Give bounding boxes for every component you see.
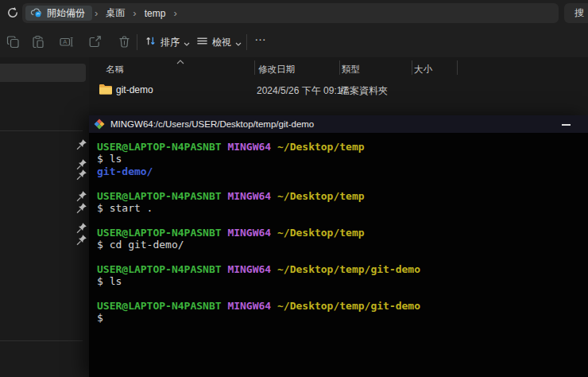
pushpin-icon: [76, 234, 87, 246]
explorer-top-bar: 開始備份 › 桌面 › temp › 搜: [0, 0, 588, 26]
prompt-host: MINGW64: [227, 300, 277, 312]
breadcrumb-chevron: ›: [171, 7, 179, 19]
column-header-size[interactable]: 大小: [414, 64, 432, 76]
folder-icon: [99, 84, 113, 95]
command-text: $ ls: [97, 153, 122, 165]
terminal-line: $: [97, 312, 588, 324]
column-header-date[interactable]: 修改日期: [258, 64, 295, 76]
copy-icon[interactable]: [6, 35, 20, 49]
delete-icon[interactable]: [118, 35, 131, 49]
terminal-line: USER@LAPTOP-N4PASNBT MINGW64 ~/Desktop/t…: [97, 190, 588, 202]
terminal-output[interactable]: USER@LAPTOP-N4PASNBT MINGW64 ~/Desktop/t…: [89, 133, 588, 325]
pushpin-icon: [76, 202, 87, 214]
terminal-line: USER@LAPTOP-N4PASNBT MINGW64 ~/Desktop/t…: [97, 263, 588, 275]
prompt-user: USER@LAPTOP-N4PASNBT: [97, 141, 227, 153]
breadcrumb-item-desktop[interactable]: 桌面: [100, 6, 130, 20]
terminal-title: MINGW64:/c/Users/USER/Desktop/temp/git-d…: [110, 119, 314, 129]
command-text: $ start .: [97, 202, 153, 214]
terminal-line: [97, 177, 588, 189]
nav-separator: [0, 340, 83, 341]
navigation-pane: [0, 57, 90, 377]
terminal-line: USER@LAPTOP-N4PASNBT MINGW64 ~/Desktop/t…: [97, 300, 588, 312]
breadcrumb-chevron: ›: [92, 7, 100, 19]
share-icon[interactable]: [88, 35, 102, 49]
table-row[interactable]: git-demo 2024/5/26 下午 09:17 檔案資料夾: [89, 80, 588, 100]
pushpin-icon: [76, 222, 87, 234]
pushpin-icon: [76, 190, 87, 202]
breadcrumb-item-temp[interactable]: temp: [139, 8, 172, 19]
pushpin-icon: [76, 169, 87, 181]
column-header-type[interactable]: 類型: [342, 64, 360, 76]
terminal-line: $ ls: [97, 153, 588, 165]
pushpin-icon: [76, 138, 87, 150]
nav-separator: [0, 130, 83, 131]
search-input[interactable]: 搜: [564, 3, 588, 23]
column-divider[interactable]: [339, 60, 340, 75]
column-divider[interactable]: [254, 60, 255, 75]
command-text: $ ls: [97, 275, 122, 287]
column-divider[interactable]: [457, 60, 458, 75]
prompt-host: MINGW64: [227, 263, 277, 275]
terminal-line: USER@LAPTOP-N4PASNBT MINGW64 ~/Desktop/t…: [97, 141, 588, 153]
terminal-line: [97, 288, 588, 300]
terminal-window: MINGW64:/c/Users/USER/Desktop/temp/git-d…: [89, 115, 588, 377]
breadcrumb-sync-label: 開始備份: [47, 6, 85, 20]
terminal-line: $ ls: [97, 275, 588, 287]
prompt-host: MINGW64: [227, 141, 277, 153]
prompt-user: USER@LAPTOP-N4PASNBT: [97, 190, 227, 202]
view-lines-icon: [196, 35, 208, 50]
rename-icon[interactable]: A: [60, 35, 73, 49]
column-divider[interactable]: [412, 60, 412, 75]
sort-arrows-icon: [145, 35, 157, 50]
file-type: 檔案資料夾: [340, 84, 388, 98]
chevron-down-icon: [184, 35, 190, 49]
terminal-line: $ cd git-demo/: [97, 239, 588, 251]
sort-ascending-icon: [176, 56, 184, 61]
prompt-path: ~/Desktop/temp: [277, 141, 365, 153]
view-button[interactable]: 檢視: [196, 33, 242, 52]
command-text: $ cd git-demo/: [97, 239, 184, 251]
sort-label: 排序: [161, 36, 180, 49]
prompt-host: MINGW64: [227, 190, 277, 202]
prompt-path: ~/Desktop/temp: [277, 190, 365, 202]
mingw-diamond-icon: [94, 119, 105, 130]
output-directory: git-demo/: [97, 165, 153, 177]
more-options-button[interactable]: …: [254, 29, 267, 43]
minimize-button[interactable]: [562, 124, 571, 126]
prompt-host: MINGW64: [227, 227, 277, 239]
svg-text:A: A: [63, 38, 67, 45]
sort-button[interactable]: 排序: [145, 33, 190, 52]
toolbar-divider: [246, 34, 247, 50]
terminal-line: [97, 214, 588, 226]
search-placeholder-partial: 搜: [574, 6, 584, 20]
prompt-path: ~/Desktop/temp/git-demo: [277, 263, 420, 275]
nav-item-highlight[interactable]: [0, 64, 86, 82]
paste-icon[interactable]: [31, 35, 44, 49]
prompt-user: USER@LAPTOP-N4PASNBT: [97, 263, 227, 275]
refresh-icon[interactable]: [6, 6, 19, 19]
prompt-user: USER@LAPTOP-N4PASNBT: [97, 300, 227, 312]
column-header-row: 名稱 修改日期 類型 大小: [89, 57, 588, 78]
prompt-user: USER@LAPTOP-N4PASNBT: [97, 227, 227, 239]
chevron-down-icon: [235, 35, 242, 49]
breadcrumb-chevron: ›: [130, 7, 138, 19]
prompt-path: ~/Desktop/temp/git-demo: [277, 300, 420, 312]
terminal-line: [97, 251, 588, 263]
view-label: 檢視: [212, 36, 231, 49]
prompt-path: ~/Desktop/temp: [277, 227, 365, 239]
file-name: git-demo: [116, 84, 153, 95]
terminal-line: git-demo/: [97, 165, 588, 177]
column-header-name[interactable]: 名稱: [106, 64, 124, 76]
explorer-toolbar: A 排序: [0, 26, 588, 58]
address-bar[interactable]: 開始備份 › 桌面 › temp ›: [22, 3, 559, 23]
terminal-line: USER@LAPTOP-N4PASNBT MINGW64 ~/Desktop/t…: [97, 227, 588, 239]
file-date: 2024/5/26 下午 09:17: [257, 84, 347, 98]
command-text: $: [97, 312, 103, 324]
cloud-sync-icon: [30, 6, 42, 21]
onedrive-sync-button[interactable]: 開始備份: [25, 6, 92, 21]
toolbar-divider: [137, 34, 137, 50]
terminal-title-bar[interactable]: MINGW64:/c/Users/USER/Desktop/temp/git-d…: [89, 115, 588, 133]
terminal-line: $ start .: [97, 202, 588, 214]
